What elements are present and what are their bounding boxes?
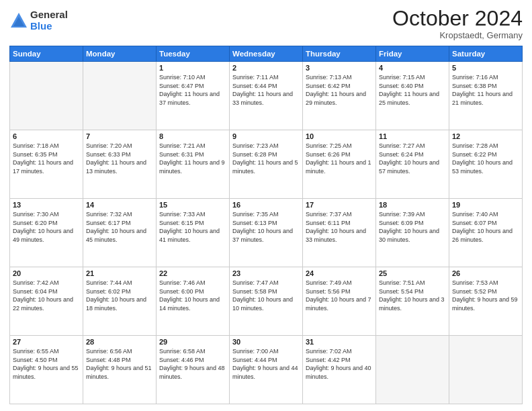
day-detail: Sunrise: 7:27 AM Sunset: 6:24 PM Dayligh… xyxy=(379,142,446,175)
day-number: 30 xyxy=(232,338,300,346)
calendar-cell: 7Sunrise: 7:20 AM Sunset: 6:33 PM Daylig… xyxy=(83,130,157,199)
calendar-cell: 19Sunrise: 7:40 AM Sunset: 6:07 PM Dayli… xyxy=(449,199,523,267)
day-number: 12 xyxy=(452,132,519,140)
calendar-cell: 10Sunrise: 7:25 AM Sunset: 6:26 PM Dayli… xyxy=(303,130,376,199)
day-detail: Sunrise: 7:35 AM Sunset: 6:13 PM Dayligh… xyxy=(232,210,300,244)
day-detail: Sunrise: 6:58 AM Sunset: 4:46 PM Dayligh… xyxy=(159,347,226,381)
day-detail: Sunrise: 7:16 AM Sunset: 6:38 PM Dayligh… xyxy=(452,73,519,107)
day-number: 24 xyxy=(306,269,373,277)
calendar-cell: 5Sunrise: 7:16 AM Sunset: 6:38 PM Daylig… xyxy=(449,62,523,130)
calendar-cell: 12Sunrise: 7:28 AM Sunset: 6:22 PM Dayli… xyxy=(449,130,523,199)
calendar-cell: 26Sunrise: 7:53 AM Sunset: 5:52 PM Dayli… xyxy=(449,267,523,336)
day-detail: Sunrise: 7:49 AM Sunset: 5:56 PM Dayligh… xyxy=(306,279,373,312)
calendar-cell: 2Sunrise: 7:11 AM Sunset: 6:44 PM Daylig… xyxy=(230,62,303,130)
day-number: 9 xyxy=(232,132,300,140)
day-detail: Sunrise: 7:00 AM Sunset: 4:44 PM Dayligh… xyxy=(232,347,300,381)
day-detail: Sunrise: 7:46 AM Sunset: 6:00 PM Dayligh… xyxy=(159,279,226,312)
day-detail: Sunrise: 6:55 AM Sunset: 4:50 PM Dayligh… xyxy=(13,347,80,381)
title-block: October 2024 Kropstaedt, Germany xyxy=(392,7,523,40)
day-number: 25 xyxy=(379,269,446,277)
day-number: 19 xyxy=(452,201,519,209)
day-detail: Sunrise: 7:51 AM Sunset: 5:54 PM Dayligh… xyxy=(379,279,446,312)
day-number: 4 xyxy=(379,64,446,72)
calendar-cell: 22Sunrise: 7:46 AM Sunset: 6:00 PM Dayli… xyxy=(157,267,230,336)
day-number: 7 xyxy=(86,132,153,140)
calendar-cell: 6Sunrise: 7:18 AM Sunset: 6:35 PM Daylig… xyxy=(10,130,83,199)
calendar-cell: 23Sunrise: 7:47 AM Sunset: 5:58 PM Dayli… xyxy=(230,267,303,336)
calendar-cell: 18Sunrise: 7:39 AM Sunset: 6:09 PM Dayli… xyxy=(376,199,449,267)
day-detail: Sunrise: 7:13 AM Sunset: 6:42 PM Dayligh… xyxy=(306,73,373,107)
logo-general-text: General xyxy=(30,9,68,21)
weekday-header-saturday: Saturday xyxy=(449,46,523,62)
day-detail: Sunrise: 7:42 AM Sunset: 6:04 PM Dayligh… xyxy=(13,279,80,312)
day-detail: Sunrise: 7:18 AM Sunset: 6:35 PM Dayligh… xyxy=(13,142,80,175)
day-number: 16 xyxy=(232,201,300,209)
month-title: October 2024 xyxy=(392,7,523,30)
day-detail: Sunrise: 7:53 AM Sunset: 5:52 PM Dayligh… xyxy=(452,279,519,312)
day-detail: Sunrise: 7:10 AM Sunset: 6:47 PM Dayligh… xyxy=(159,73,226,107)
calendar-cell: 14Sunrise: 7:32 AM Sunset: 6:17 PM Dayli… xyxy=(83,199,157,267)
calendar-cell: 27Sunrise: 6:55 AM Sunset: 4:50 PM Dayli… xyxy=(10,336,83,404)
day-number: 18 xyxy=(379,201,446,209)
logo-icon xyxy=(9,11,28,30)
calendar-cell: 17Sunrise: 7:37 AM Sunset: 6:11 PM Dayli… xyxy=(303,199,376,267)
day-number: 10 xyxy=(306,132,373,140)
calendar-cell xyxy=(376,336,449,404)
day-number: 27 xyxy=(13,338,80,346)
day-detail: Sunrise: 7:30 AM Sunset: 6:20 PM Dayligh… xyxy=(13,210,80,244)
day-number: 5 xyxy=(452,64,519,72)
calendar-cell xyxy=(10,62,83,130)
day-number: 26 xyxy=(452,269,519,277)
day-number: 17 xyxy=(306,201,373,209)
calendar-cell: 28Sunrise: 6:56 AM Sunset: 4:48 PM Dayli… xyxy=(83,336,157,404)
day-number: 21 xyxy=(86,269,153,277)
calendar-cell: 31Sunrise: 7:02 AM Sunset: 4:42 PM Dayli… xyxy=(303,336,376,404)
calendar-cell: 25Sunrise: 7:51 AM Sunset: 5:54 PM Dayli… xyxy=(376,267,449,336)
weekday-header-monday: Monday xyxy=(83,46,157,62)
calendar-cell: 15Sunrise: 7:33 AM Sunset: 6:15 PM Dayli… xyxy=(157,199,230,267)
day-detail: Sunrise: 7:39 AM Sunset: 6:09 PM Dayligh… xyxy=(379,210,446,244)
header: General Blue October 2024 Kropstaedt, Ge… xyxy=(9,7,523,40)
calendar-cell: 20Sunrise: 7:42 AM Sunset: 6:04 PM Dayli… xyxy=(10,267,83,336)
day-number: 6 xyxy=(13,132,80,140)
day-detail: Sunrise: 7:20 AM Sunset: 6:33 PM Dayligh… xyxy=(86,142,153,175)
day-number: 8 xyxy=(159,132,226,140)
calendar-cell: 21Sunrise: 7:44 AM Sunset: 6:02 PM Dayli… xyxy=(83,267,157,336)
logo-blue-text: Blue xyxy=(30,21,68,32)
day-detail: Sunrise: 7:21 AM Sunset: 6:31 PM Dayligh… xyxy=(159,142,226,175)
day-detail: Sunrise: 7:40 AM Sunset: 6:07 PM Dayligh… xyxy=(452,210,519,244)
day-detail: Sunrise: 7:47 AM Sunset: 5:58 PM Dayligh… xyxy=(232,279,300,312)
day-number: 22 xyxy=(159,269,226,277)
day-number: 15 xyxy=(159,201,226,209)
calendar-cell xyxy=(449,336,523,404)
calendar-cell: 24Sunrise: 7:49 AM Sunset: 5:56 PM Dayli… xyxy=(303,267,376,336)
day-detail: Sunrise: 7:23 AM Sunset: 6:28 PM Dayligh… xyxy=(232,142,300,175)
calendar-cell: 1Sunrise: 7:10 AM Sunset: 6:47 PM Daylig… xyxy=(157,62,230,130)
calendar-cell: 29Sunrise: 6:58 AM Sunset: 4:46 PM Dayli… xyxy=(157,336,230,404)
weekday-header-thursday: Thursday xyxy=(303,46,376,62)
location: Kropstaedt, Germany xyxy=(392,30,523,40)
day-detail: Sunrise: 7:32 AM Sunset: 6:17 PM Dayligh… xyxy=(86,210,153,244)
day-detail: Sunrise: 7:28 AM Sunset: 6:22 PM Dayligh… xyxy=(452,142,519,175)
calendar-cell: 3Sunrise: 7:13 AM Sunset: 6:42 PM Daylig… xyxy=(303,62,376,130)
calendar-cell: 11Sunrise: 7:27 AM Sunset: 6:24 PM Dayli… xyxy=(376,130,449,199)
day-detail: Sunrise: 6:56 AM Sunset: 4:48 PM Dayligh… xyxy=(86,347,153,381)
day-number: 11 xyxy=(379,132,446,140)
day-number: 28 xyxy=(86,338,153,346)
day-detail: Sunrise: 7:37 AM Sunset: 6:11 PM Dayligh… xyxy=(306,210,373,244)
day-number: 3 xyxy=(306,64,373,72)
calendar-cell: 9Sunrise: 7:23 AM Sunset: 6:28 PM Daylig… xyxy=(230,130,303,199)
calendar-cell: 4Sunrise: 7:15 AM Sunset: 6:40 PM Daylig… xyxy=(376,62,449,130)
day-number: 29 xyxy=(159,338,226,346)
calendar-cell: 16Sunrise: 7:35 AM Sunset: 6:13 PM Dayli… xyxy=(230,199,303,267)
day-detail: Sunrise: 7:02 AM Sunset: 4:42 PM Dayligh… xyxy=(306,347,373,381)
weekday-header-wednesday: Wednesday xyxy=(230,46,303,62)
logo: General Blue xyxy=(9,9,68,32)
calendar-cell: 13Sunrise: 7:30 AM Sunset: 6:20 PM Dayli… xyxy=(10,199,83,267)
weekday-header-friday: Friday xyxy=(376,46,449,62)
weekday-header-tuesday: Tuesday xyxy=(157,46,230,62)
day-number: 23 xyxy=(232,269,300,277)
day-number: 31 xyxy=(306,338,373,346)
day-number: 20 xyxy=(13,269,80,277)
day-number: 1 xyxy=(159,64,226,72)
